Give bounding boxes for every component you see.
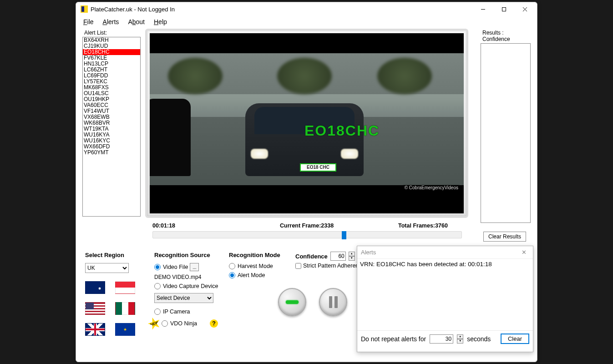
alert-list[interactable]: BX64XRHCJ19KUDEO18CHCFV67KLEHN13LCPLC66Z… — [82, 37, 141, 217]
recognition-source-section: Recognition Source Video File ... DEMO V… — [154, 252, 218, 330]
alert-message: VRN: EO18CHC has been detected at: 00:01… — [360, 261, 530, 268]
repeat-label-1: Do not repeat alerts for — [361, 335, 426, 343]
strict-pattern-label: Strict Pattern Adherence — [303, 263, 365, 269]
svg-rect-1 — [502, 7, 506, 11]
repeat-up-button[interactable]: ▲ — [457, 334, 463, 339]
flag-usa-icon[interactable] — [85, 302, 105, 315]
play-icon — [286, 300, 299, 304]
scene-tree — [168, 58, 223, 94]
strict-pattern-checkbox[interactable] — [295, 263, 301, 269]
capture-device-label: Video Capture Device — [163, 283, 218, 289]
ip-camera-radio[interactable] — [154, 308, 161, 315]
alert-mode-label: Alert Mode — [238, 272, 265, 278]
clear-results-button[interactable]: Clear Results — [483, 232, 526, 242]
alert-list-item[interactable]: YP60YMT — [83, 150, 140, 156]
scene-car-left — [150, 99, 191, 176]
confidence-down-button[interactable]: ▼ — [349, 256, 355, 261]
confidence-section: Confidence ▲ ▼ % — [295, 252, 364, 261]
capture-device-radio[interactable] — [154, 283, 161, 289]
repeat-seconds-input[interactable] — [430, 334, 453, 344]
progress-bar[interactable] — [152, 231, 462, 238]
device-select[interactable]: Select Device — [154, 293, 213, 303]
vdo-ninja-radio[interactable] — [162, 320, 168, 327]
ip-camera-label: IP Camera — [163, 308, 190, 315]
region-title: Select Region — [85, 252, 138, 258]
playback-info: 00:01:18 Current Frame:2338 Total Frames… — [152, 222, 462, 229]
confidence-up-button[interactable]: ▲ — [349, 252, 355, 256]
video-scene: EO18 CHC — [150, 53, 464, 185]
region-select[interactable]: UK — [85, 263, 129, 273]
repeat-down-button[interactable]: ▼ — [457, 339, 463, 344]
source-title: Recognition Source — [154, 252, 218, 258]
plate-overlay-text: EO18CHC — [304, 122, 380, 139]
menu-alerts[interactable]: Alerts — [98, 17, 124, 27]
menubar: File Alerts About Help — [76, 16, 537, 28]
new-badge-icon: NEW — [146, 315, 162, 331]
results-panel: Results : Confidence — [481, 29, 531, 223]
menu-help[interactable]: Help — [149, 17, 172, 27]
confidence-spinner: ▲ ▼ — [349, 252, 355, 261]
close-button[interactable] — [514, 3, 535, 15]
vdo-ninja-label: VDO Ninja — [170, 320, 197, 327]
popup-clear-button[interactable]: Clear — [501, 334, 529, 344]
menu-about[interactable]: About — [123, 17, 149, 27]
browse-button[interactable]: ... — [190, 263, 199, 271]
video-file-label: Video File — [163, 264, 188, 270]
app-icon — [81, 5, 88, 13]
titlebar: PlateCatcher.uk - Not Logged In — [76, 2, 537, 16]
maximize-button[interactable] — [493, 3, 514, 15]
scene-tree — [377, 58, 432, 94]
plate-detection-box: EO18 CHC — [300, 163, 336, 172]
flag-uk-icon[interactable] — [85, 323, 105, 336]
region-section: Select Region UK — [85, 252, 138, 336]
scene-headlight — [341, 149, 358, 159]
flag-mexico-icon[interactable] — [115, 302, 135, 315]
confidence-input[interactable] — [330, 252, 346, 261]
scene-headlight — [251, 149, 268, 159]
window-title: PlateCatcher.uk - Not Logged In — [91, 6, 472, 13]
video-viewport: EO18 CHC EO18CHC © CobraEmergencyVideos — [150, 33, 464, 213]
help-icon[interactable]: ? — [210, 319, 218, 328]
flag-eu-icon[interactable] — [115, 323, 135, 336]
strict-pattern-row: Strict Pattern Adherence — [295, 263, 365, 269]
menu-file[interactable]: File — [79, 17, 98, 27]
minimize-button[interactable] — [472, 3, 493, 15]
popup-body: VRN: EO18CHC has been detected at: 00:01… — [357, 259, 533, 331]
flags-grid — [85, 281, 138, 336]
popup-close-button[interactable]: ✕ — [518, 249, 529, 256]
window-controls — [472, 3, 535, 15]
results-list[interactable] — [481, 43, 531, 223]
flag-singapore-icon[interactable] — [115, 281, 135, 294]
total-frames: Total Frames:3760 — [398, 222, 448, 229]
play-button[interactable] — [278, 288, 306, 316]
video-frame: EO18 CHC EO18CHC © CobraEmergencyVideos — [145, 29, 468, 218]
content-area: Alert List: BX64XRHCJ19KUDEO18CHCFV67KLE… — [76, 28, 537, 31]
results-label: Results : Confidence — [481, 29, 531, 43]
mode-title: Recognition Mode — [229, 252, 280, 258]
progress-thumb[interactable] — [342, 231, 346, 239]
playback-time: 00:01:18 — [152, 222, 280, 229]
repeat-spinner: ▲ ▼ — [457, 334, 463, 344]
video-watermark: © CobraEmergencyVideos — [403, 185, 460, 191]
current-frame: Current Frame:2338 — [280, 222, 398, 229]
popup-title-text: Alerts — [361, 249, 376, 256]
pause-button[interactable] — [319, 288, 347, 316]
confidence-label: Confidence — [295, 253, 328, 260]
alerts-popup: Alerts ✕ VRN: EO18CHC has been detected … — [357, 246, 533, 352]
harvest-mode-radio[interactable] — [229, 263, 235, 269]
recognition-mode-section: Recognition Mode Harvest Mode Alert Mode — [229, 252, 280, 281]
filename-label: DEMO VIDEO.mp4 — [154, 274, 218, 280]
alert-list-panel: Alert List: BX64XRHCJ19KUDEO18CHCFV67KLE… — [82, 29, 141, 217]
harvest-mode-label: Harvest Mode — [238, 263, 273, 269]
playback-controls — [278, 288, 347, 316]
video-file-radio[interactable] — [154, 264, 161, 270]
flag-australia-icon[interactable] — [85, 281, 105, 294]
repeat-label-2: seconds — [467, 335, 491, 343]
alert-list-label: Alert List: — [82, 29, 141, 37]
scene-tree — [277, 58, 332, 94]
popup-titlebar: Alerts ✕ — [357, 246, 533, 259]
alert-mode-radio[interactable] — [229, 272, 235, 278]
popup-footer: Do not repeat alerts for ▲ ▼ seconds Cle… — [357, 331, 533, 347]
pause-icon — [329, 296, 338, 308]
